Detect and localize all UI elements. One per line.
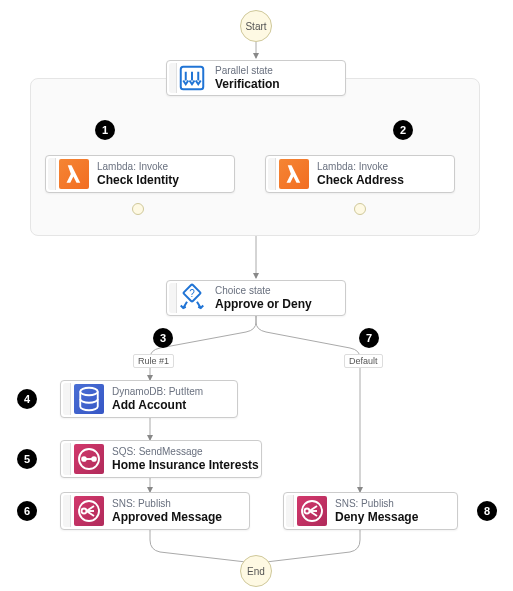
sqs-icon [74,444,104,474]
svg-point-17 [92,457,96,461]
parallel-icon [177,63,207,93]
verification-main: Verification [215,77,343,93]
deny-message-node[interactable]: SNS: Publish Deny Message [283,492,458,530]
check-identity-main: Check Identity [97,173,232,189]
drag-handle[interactable] [286,495,294,527]
rule-default-label: Default [344,354,383,368]
home-insurance-node[interactable]: SQS: SendMessage Home Insurance Interest… [60,440,262,478]
check-identity-sub: Lambda: Invoke [97,160,232,173]
badge-3: 3 [153,328,173,348]
choice-main: Approve or Deny [215,297,343,313]
approved-message-node[interactable]: SNS: Publish Approved Message [60,492,250,530]
add-account-sub: DynamoDB: PutItem [112,385,235,398]
check-identity-node[interactable]: Lambda: Invoke Check Identity [45,155,235,193]
sns-icon [74,496,104,526]
check-address-sub: Lambda: Invoke [317,160,452,173]
svg-point-14 [80,388,98,396]
drag-handle[interactable] [48,158,56,190]
lambda-icon [279,159,309,189]
add-account-main: Add Account [112,398,235,414]
svg-text:?: ? [189,288,195,299]
end-terminal: End [240,555,272,587]
end-label: End [247,566,265,577]
lambda-icon [59,159,89,189]
home-insurance-main: Home Insurance Interests [112,458,259,474]
drag-handle[interactable] [268,158,276,190]
drag-handle[interactable] [63,495,71,527]
badge-7: 7 [359,328,379,348]
start-terminal: Start [240,10,272,42]
badge-6: 6 [17,501,37,521]
badge-5: 5 [17,449,37,469]
deny-message-main: Deny Message [335,510,455,526]
choice-icon: ? [177,283,207,313]
dynamodb-icon [74,384,104,414]
home-insurance-sub: SQS: SendMessage [112,445,259,458]
svg-point-25 [305,509,310,514]
approved-message-sub: SNS: Publish [112,497,247,510]
verification-sub: Parallel state [215,64,343,77]
badge-8: 8 [477,501,497,521]
drag-handle[interactable] [169,283,177,313]
check-address-node[interactable]: Lambda: Invoke Check Address [265,155,455,193]
branch-end-dot [354,203,366,215]
svg-point-20 [82,509,87,514]
drag-handle[interactable] [63,383,71,415]
deny-message-sub: SNS: Publish [335,497,455,510]
check-address-main: Check Address [317,173,452,189]
start-label: Start [245,21,266,32]
choice-sub: Choice state [215,284,343,297]
badge-4: 4 [17,389,37,409]
sns-icon [297,496,327,526]
choice-node[interactable]: ? Choice state Approve or Deny [166,280,346,316]
svg-point-16 [82,457,86,461]
approved-message-main: Approved Message [112,510,247,526]
badge-2: 2 [393,120,413,140]
branch-end-dot [132,203,144,215]
verification-node[interactable]: Parallel state Verification [166,60,346,96]
drag-handle[interactable] [169,63,177,93]
badge-1: 1 [95,120,115,140]
add-account-node[interactable]: DynamoDB: PutItem Add Account [60,380,238,418]
rule-1-label: Rule #1 [133,354,174,368]
drag-handle[interactable] [63,443,71,475]
